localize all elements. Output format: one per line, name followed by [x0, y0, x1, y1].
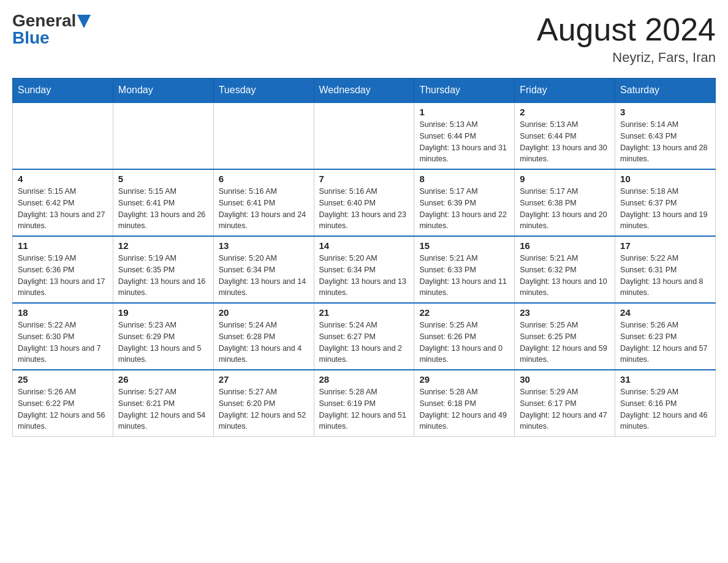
day-number: 2 — [520, 107, 610, 117]
svg-marker-0 — [77, 15, 91, 28]
logo-general-text: General — [12, 12, 76, 29]
calendar-cell: 5Sunrise: 5:15 AMSunset: 6:41 PMDaylight… — [113, 169, 213, 236]
day-info: Sunrise: 5:21 AMSunset: 6:33 PMDaylight:… — [419, 253, 509, 299]
logo-blue-text: Blue — [12, 29, 50, 47]
calendar-cell: 25Sunrise: 5:26 AMSunset: 6:22 PMDayligh… — [13, 370, 113, 437]
day-number: 16 — [520, 240, 610, 251]
calendar-cell: 23Sunrise: 5:25 AMSunset: 6:25 PMDayligh… — [515, 303, 615, 370]
calendar-cell: 17Sunrise: 5:22 AMSunset: 6:31 PMDayligh… — [615, 236, 716, 303]
calendar-week-2: 4Sunrise: 5:15 AMSunset: 6:42 PMDaylight… — [13, 169, 716, 236]
day-number: 17 — [620, 240, 710, 251]
day-number: 14 — [319, 240, 409, 251]
calendar-cell: 6Sunrise: 5:16 AMSunset: 6:41 PMDaylight… — [213, 169, 314, 236]
calendar-cell: 24Sunrise: 5:26 AMSunset: 6:23 PMDayligh… — [615, 303, 716, 370]
calendar-header-wednesday: Wednesday — [314, 79, 414, 103]
calendar-cell: 16Sunrise: 5:21 AMSunset: 6:32 PMDayligh… — [515, 236, 615, 303]
calendar-cell: 10Sunrise: 5:18 AMSunset: 6:37 PMDayligh… — [615, 169, 716, 236]
day-number: 26 — [118, 374, 208, 385]
day-number: 7 — [319, 174, 409, 184]
day-info: Sunrise: 5:13 AMSunset: 6:44 PMDaylight:… — [419, 119, 509, 165]
calendar-cell — [213, 102, 314, 169]
day-number: 25 — [18, 374, 108, 385]
day-info: Sunrise: 5:22 AMSunset: 6:30 PMDaylight:… — [18, 320, 108, 366]
calendar-cell — [13, 102, 113, 169]
calendar-cell: 1Sunrise: 5:13 AMSunset: 6:44 PMDaylight… — [414, 102, 515, 169]
day-info: Sunrise: 5:24 AMSunset: 6:28 PMDaylight:… — [219, 320, 309, 366]
calendar-cell: 18Sunrise: 5:22 AMSunset: 6:30 PMDayligh… — [13, 303, 113, 370]
day-info: Sunrise: 5:20 AMSunset: 6:34 PMDaylight:… — [219, 253, 309, 299]
day-info: Sunrise: 5:13 AMSunset: 6:44 PMDaylight:… — [520, 119, 610, 165]
day-number: 28 — [319, 374, 409, 385]
calendar-header-monday: Monday — [113, 79, 213, 103]
calendar-cell: 8Sunrise: 5:17 AMSunset: 6:39 PMDaylight… — [414, 169, 515, 236]
day-info: Sunrise: 5:20 AMSunset: 6:34 PMDaylight:… — [319, 253, 409, 299]
day-number: 18 — [18, 307, 108, 318]
day-info: Sunrise: 5:17 AMSunset: 6:39 PMDaylight:… — [419, 186, 509, 232]
day-info: Sunrise: 5:26 AMSunset: 6:22 PMDaylight:… — [18, 386, 108, 432]
day-info: Sunrise: 5:14 AMSunset: 6:43 PMDaylight:… — [620, 119, 710, 165]
day-number: 20 — [219, 307, 309, 318]
calendar-week-4: 18Sunrise: 5:22 AMSunset: 6:30 PMDayligh… — [13, 303, 716, 370]
calendar-cell: 29Sunrise: 5:28 AMSunset: 6:18 PMDayligh… — [414, 370, 515, 437]
day-info: Sunrise: 5:29 AMSunset: 6:17 PMDaylight:… — [520, 386, 610, 432]
calendar-cell: 31Sunrise: 5:29 AMSunset: 6:16 PMDayligh… — [615, 370, 716, 437]
calendar-cell: 28Sunrise: 5:28 AMSunset: 6:19 PMDayligh… — [314, 370, 414, 437]
calendar-cell: 11Sunrise: 5:19 AMSunset: 6:36 PMDayligh… — [13, 236, 113, 303]
location-text: Neyriz, Fars, Iran — [537, 50, 716, 66]
logo: General Blue — [12, 12, 91, 47]
day-number: 21 — [319, 307, 409, 318]
day-number: 12 — [118, 240, 208, 251]
day-number: 6 — [219, 174, 309, 184]
day-number: 8 — [419, 174, 509, 184]
calendar-cell: 12Sunrise: 5:19 AMSunset: 6:35 PMDayligh… — [113, 236, 213, 303]
day-info: Sunrise: 5:24 AMSunset: 6:27 PMDaylight:… — [319, 320, 409, 366]
calendar-cell: 7Sunrise: 5:16 AMSunset: 6:40 PMDaylight… — [314, 169, 414, 236]
day-number: 1 — [419, 107, 509, 117]
day-number: 9 — [520, 174, 610, 184]
calendar-cell: 3Sunrise: 5:14 AMSunset: 6:43 PMDaylight… — [615, 102, 716, 169]
day-number: 5 — [118, 174, 208, 184]
day-number: 23 — [520, 307, 610, 318]
day-info: Sunrise: 5:28 AMSunset: 6:19 PMDaylight:… — [319, 386, 409, 432]
day-info: Sunrise: 5:16 AMSunset: 6:41 PMDaylight:… — [219, 186, 309, 232]
calendar-cell — [113, 102, 213, 169]
day-info: Sunrise: 5:18 AMSunset: 6:37 PMDaylight:… — [620, 186, 710, 232]
calendar-header-tuesday: Tuesday — [213, 79, 314, 103]
day-info: Sunrise: 5:23 AMSunset: 6:29 PMDaylight:… — [118, 320, 208, 366]
calendar-header-sunday: Sunday — [13, 79, 113, 103]
day-info: Sunrise: 5:27 AMSunset: 6:21 PMDaylight:… — [118, 386, 208, 432]
calendar-cell: 9Sunrise: 5:17 AMSunset: 6:38 PMDaylight… — [515, 169, 615, 236]
calendar-cell: 4Sunrise: 5:15 AMSunset: 6:42 PMDaylight… — [13, 169, 113, 236]
calendar-week-1: 1Sunrise: 5:13 AMSunset: 6:44 PMDaylight… — [13, 102, 716, 169]
calendar-header-thursday: Thursday — [414, 79, 515, 103]
calendar-week-5: 25Sunrise: 5:26 AMSunset: 6:22 PMDayligh… — [13, 370, 716, 437]
day-number: 3 — [620, 107, 710, 117]
calendar-cell: 13Sunrise: 5:20 AMSunset: 6:34 PMDayligh… — [213, 236, 314, 303]
day-number: 13 — [219, 240, 309, 251]
day-info: Sunrise: 5:29 AMSunset: 6:16 PMDaylight:… — [620, 386, 710, 432]
day-info: Sunrise: 5:21 AMSunset: 6:32 PMDaylight:… — [520, 253, 610, 299]
day-number: 4 — [18, 174, 108, 184]
day-info: Sunrise: 5:15 AMSunset: 6:42 PMDaylight:… — [18, 186, 108, 232]
calendar-header-saturday: Saturday — [615, 79, 716, 103]
day-number: 27 — [219, 374, 309, 385]
calendar-cell: 19Sunrise: 5:23 AMSunset: 6:29 PMDayligh… — [113, 303, 213, 370]
day-number: 31 — [620, 374, 710, 385]
day-info: Sunrise: 5:28 AMSunset: 6:18 PMDaylight:… — [419, 386, 509, 432]
day-info: Sunrise: 5:26 AMSunset: 6:23 PMDaylight:… — [620, 320, 710, 366]
day-number: 29 — [419, 374, 509, 385]
day-number: 10 — [620, 174, 710, 184]
day-info: Sunrise: 5:27 AMSunset: 6:20 PMDaylight:… — [219, 386, 309, 432]
day-info: Sunrise: 5:19 AMSunset: 6:35 PMDaylight:… — [118, 253, 208, 299]
day-number: 22 — [419, 307, 509, 318]
day-info: Sunrise: 5:25 AMSunset: 6:26 PMDaylight:… — [419, 320, 509, 366]
calendar-cell: 21Sunrise: 5:24 AMSunset: 6:27 PMDayligh… — [314, 303, 414, 370]
day-number: 11 — [18, 240, 108, 251]
day-info: Sunrise: 5:15 AMSunset: 6:41 PMDaylight:… — [118, 186, 208, 232]
calendar-cell: 2Sunrise: 5:13 AMSunset: 6:44 PMDaylight… — [515, 102, 615, 169]
calendar-table: SundayMondayTuesdayWednesdayThursdayFrid… — [12, 78, 716, 437]
logo-triangle-icon — [77, 15, 91, 28]
day-number: 24 — [620, 307, 710, 318]
calendar-week-3: 11Sunrise: 5:19 AMSunset: 6:36 PMDayligh… — [13, 236, 716, 303]
title-block: August 2024 Neyriz, Fars, Iran — [537, 12, 716, 66]
